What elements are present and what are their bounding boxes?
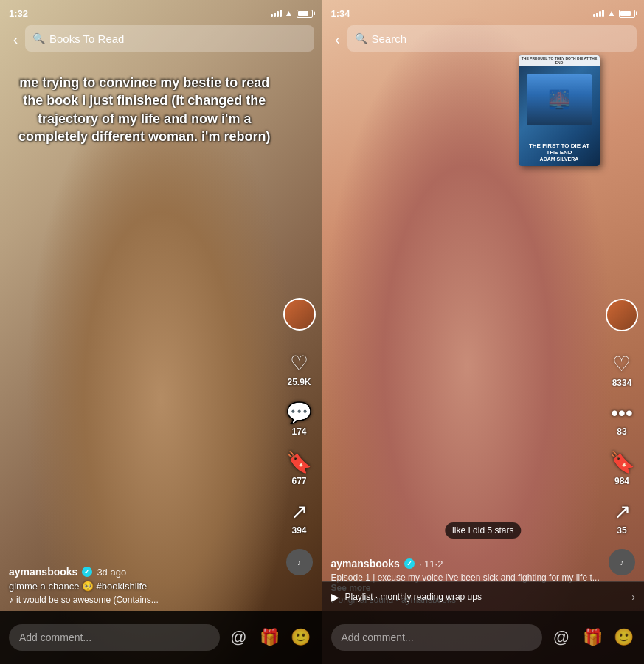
search-bar-left[interactable]: 🔍 Books To Read — [25, 25, 314, 52]
book-author: ADAM SILVERA — [523, 156, 595, 162]
book-title: THE FIRST TO DIE AT THE END — [523, 142, 595, 156]
bottom-info-left: aymansbooks ✓ 3d ago gimme a chance 🥺 #b… — [9, 566, 277, 605]
heart-icon-right: ♡ — [612, 352, 631, 376]
search-icon-right: 🔍 — [355, 32, 367, 44]
avatar-right — [606, 299, 638, 331]
status-bar-left: 1:32 ▲ — [0, 0, 322, 22]
comment-input-right[interactable]: Add comment... — [331, 624, 543, 651]
wifi-icon-left: ▲ — [285, 8, 294, 18]
comment-input-left[interactable]: Add comment... — [9, 624, 220, 651]
playlist-icon: ▶ — [331, 591, 339, 603]
avatar-container-right[interactable]: + — [606, 299, 638, 339]
bookmark-icon-right: 🔖 — [609, 450, 635, 474]
search-text-left: Books To Read — [49, 32, 307, 45]
comment-placeholder-right: Add comment... — [342, 632, 414, 643]
avatar-container-left[interactable]: + — [283, 298, 316, 338]
gift-icon-left[interactable]: 🎁 — [258, 628, 282, 647]
like-button-right[interactable]: ♡ 8334 — [612, 352, 632, 388]
time-right: 1:34 — [331, 8, 350, 19]
like-count-left: 25.9K — [287, 377, 311, 387]
signal-icon-right — [593, 10, 604, 17]
avatar-left — [283, 298, 316, 331]
book-cover-art: 🌉 — [523, 63, 595, 136]
music-note-left: ♪ — [9, 595, 13, 605]
wifi-icon-right: ▲ — [607, 8, 616, 18]
verified-icon-right: ✓ — [404, 558, 415, 569]
share-button-left[interactable]: ↗ 394 — [291, 499, 308, 536]
comment-icon-right: ••• — [611, 401, 632, 425]
at-icon-right[interactable]: @ — [550, 628, 573, 647]
gift-icon-right[interactable]: 🎁 — [581, 628, 604, 647]
caption-hashtag-left: gimme a chance 🥺 #bookishlife — [9, 581, 277, 592]
status-icons-right: ▲ — [593, 8, 635, 18]
back-button-left[interactable]: ‹ — [4, 31, 27, 48]
book-cover[interactable]: THE PREQUEL TO THEY BOTH DIE AT THE END … — [519, 55, 600, 166]
right-panel: 1:34 ▲ ‹ 🔍 Search THE PREQUEL TO THEY BO… — [322, 0, 645, 664]
at-icon-left[interactable]: @ — [227, 628, 251, 647]
username-left: aymansbooks — [9, 566, 77, 578]
sound-avatar-right: ♪ — [609, 549, 635, 575]
back-button-right[interactable]: ‹ — [327, 31, 349, 48]
time-ago-left: 3d ago — [97, 567, 126, 578]
left-panel: 1:32 ▲ ‹ 🔍 Books To Read me trying to co… — [0, 0, 322, 664]
time-left: 1:32 — [9, 8, 28, 19]
share-icon-left: ↗ — [291, 499, 308, 524]
episode-label-right: · 11·2 — [419, 558, 443, 570]
playlist-chevron-icon: › — [631, 591, 635, 603]
share-count-left: 394 — [291, 525, 306, 536]
emoji-icon-left[interactable]: 🙂 — [289, 628, 313, 647]
comment-icon-left: 💬 — [286, 401, 312, 425]
search-bar-right[interactable]: 🔍 Search — [347, 25, 637, 52]
username-row-left: aymansbooks ✓ 3d ago — [9, 566, 277, 578]
search-text-right: Search — [372, 32, 630, 45]
username-right: aymansbooks — [331, 558, 400, 570]
battery-icon-right — [619, 10, 635, 18]
bookmark-count-left: 677 — [291, 476, 306, 486]
bookmark-icon-left: 🔖 — [286, 450, 312, 474]
comment-bar-left: Add comment... @ 🎁 🙂 — [0, 611, 322, 664]
share-icon-right: ↗ — [614, 499, 631, 524]
share-count-right: 35 — [617, 525, 626, 536]
status-icons-left: ▲ — [271, 8, 313, 18]
signal-icon-left — [271, 10, 282, 17]
video-caption-left: me trying to convince my bestie to read … — [12, 74, 277, 145]
verified-icon-left: ✓ — [82, 567, 92, 577]
comment-button-left[interactable]: 💬 174 — [286, 401, 312, 437]
playlist-row[interactable]: ▶ Playlist · monthly reading wrap ups › — [322, 581, 645, 611]
sidebar-icons-right: + ♡ 8334 ••• 83 🔖 984 ↗ 35 ♪ — [606, 299, 638, 575]
share-button-right[interactable]: ↗ 35 — [614, 499, 631, 536]
like-tooltip: like I did 5 stars — [445, 522, 521, 539]
status-bar-right: 1:34 ▲ — [322, 0, 645, 22]
sound-row-left[interactable]: ♪ it would be so awesome (Contains... — [9, 595, 277, 605]
like-button-left[interactable]: ♡ 25.9K — [287, 351, 311, 387]
sidebar-icons-left: + ♡ 25.9K 💬 174 🔖 677 ↗ 394 ♪ — [283, 298, 316, 575]
playlist-text: Playlist · monthly reading wrap ups — [345, 592, 626, 602]
username-row-right: aymansbooks ✓ · 11·2 — [331, 558, 600, 570]
comment-count-right: 83 — [617, 426, 626, 437]
bridge-illustration: 🌉 — [527, 74, 592, 125]
bookmark-count-right: 984 — [614, 476, 629, 486]
comment-placeholder-left: Add comment... — [19, 632, 91, 643]
comment-count-left: 174 — [291, 426, 306, 437]
bookmark-button-right[interactable]: 🔖 984 — [609, 450, 635, 486]
emoji-icon-right[interactable]: 🙂 — [612, 628, 635, 647]
sound-avatar-left: ♪ — [286, 549, 313, 575]
heart-icon-left: ♡ — [290, 351, 308, 376]
search-icon-left: 🔍 — [32, 32, 45, 44]
comment-button-right[interactable]: ••• 83 — [611, 401, 632, 437]
sound-text-left: it would be so awesome (Contains... — [16, 595, 159, 605]
battery-icon-left — [297, 10, 313, 18]
like-count-right: 8334 — [612, 378, 632, 388]
bookmark-button-left[interactable]: 🔖 677 — [286, 450, 312, 486]
comment-bar-right: Add comment... @ 🎁 🙂 — [322, 611, 645, 664]
